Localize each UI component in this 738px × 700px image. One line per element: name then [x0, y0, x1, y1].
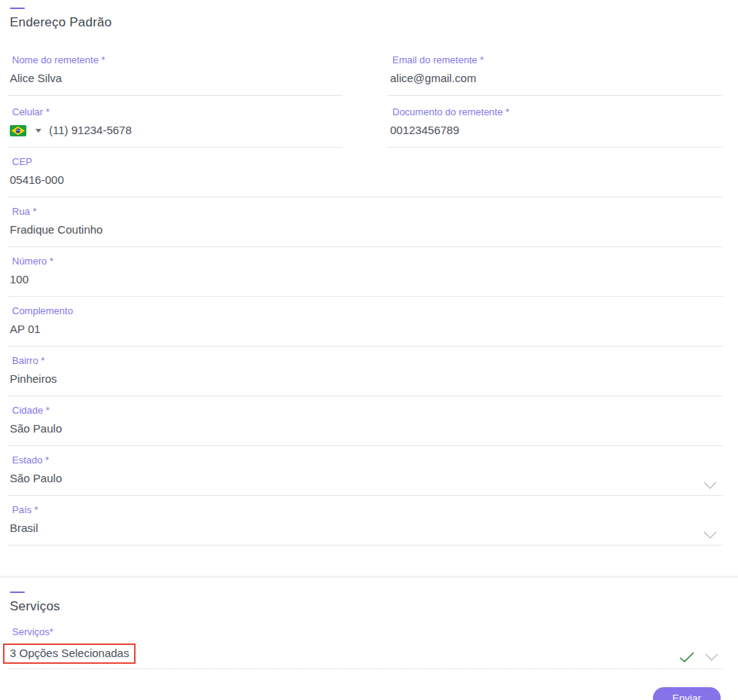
- cep-label: CEP: [12, 156, 723, 168]
- field-sender-name[interactable]: Nome do remetente * Alice Silva: [8, 54, 343, 96]
- field-phone[interactable]: Celular * (11) 91234-5678: [8, 106, 343, 148]
- address-section-title: Endereço Padrão: [10, 15, 723, 30]
- field-sender-email[interactable]: Email do remetente * alice@gmail.com: [388, 54, 723, 96]
- sender-email-input[interactable]: alice@gmail.com: [390, 71, 723, 86]
- neighborhood-label: Bairro *: [12, 355, 723, 367]
- check-icon: [679, 652, 694, 662]
- chevron-down-icon[interactable]: [703, 481, 717, 489]
- state-select[interactable]: São Paulo: [10, 471, 723, 486]
- services-label: Serviços*: [12, 626, 723, 638]
- chevron-down-icon[interactable]: [705, 653, 718, 661]
- neighborhood-input[interactable]: Pinheiros: [10, 371, 723, 387]
- brazil-flag-icon[interactable]: [10, 125, 26, 136]
- sender-name-input[interactable]: Alice Silva: [10, 71, 343, 86]
- field-state[interactable]: Estado * São Paulo: [8, 454, 723, 496]
- field-neighborhood[interactable]: Bairro * Pinheiros: [8, 355, 723, 396]
- field-city[interactable]: Cidade * São Paulo: [8, 405, 723, 446]
- number-input[interactable]: 100: [10, 272, 723, 287]
- cep-input[interactable]: 05416-000: [10, 173, 723, 188]
- highlight-box: 3 Opções Selecionadas: [3, 643, 136, 664]
- city-input[interactable]: São Paulo: [10, 421, 723, 436]
- services-section-title: Serviços: [10, 599, 723, 614]
- sender-name-label: Nome do remetente *: [12, 54, 343, 66]
- city-label: Cidade *: [12, 405, 723, 417]
- street-input[interactable]: Fradique Coutinho: [10, 222, 723, 237]
- country-label: País *: [12, 504, 723, 516]
- field-country[interactable]: País * Brasil: [8, 504, 723, 546]
- field-services[interactable]: Serviços* 3 Opções Selecionadas: [8, 626, 723, 669]
- submit-button[interactable]: Enviar: [653, 687, 721, 700]
- address-form-page: Endereço Padrão Nome do remetente * Alic…: [0, 0, 738, 700]
- field-sender-document[interactable]: Documento do remetente * 00123456789: [388, 106, 723, 148]
- phone-label: Celular *: [12, 106, 343, 118]
- complement-label: Complemento: [12, 305, 723, 317]
- sender-document-label: Documento do remetente *: [392, 106, 723, 118]
- field-number[interactable]: Número * 100: [8, 255, 723, 297]
- field-cep[interactable]: CEP 05416-000: [8, 156, 723, 197]
- sender-document-input[interactable]: 00123456789: [390, 123, 723, 138]
- state-label: Estado *: [12, 454, 723, 466]
- field-street[interactable]: Rua * Fradique Coutinho: [8, 206, 723, 247]
- country-select[interactable]: Brasil: [10, 521, 723, 536]
- phone-input[interactable]: (11) 91234-5678: [49, 123, 132, 138]
- number-label: Número *: [12, 255, 723, 267]
- chevron-down-icon[interactable]: [703, 531, 717, 539]
- sender-email-label: Email do remetente *: [392, 54, 723, 66]
- section-accent-dash: [10, 8, 25, 9]
- street-label: Rua *: [12, 206, 723, 218]
- caret-down-icon[interactable]: [35, 129, 41, 133]
- section-divider: [0, 576, 738, 578]
- field-complement[interactable]: Complemento AP 01: [8, 305, 723, 347]
- services-select-value[interactable]: 3 Opções Selecionadas: [10, 647, 129, 659]
- complement-input[interactable]: AP 01: [10, 322, 723, 337]
- section-accent-dash: [10, 591, 25, 593]
